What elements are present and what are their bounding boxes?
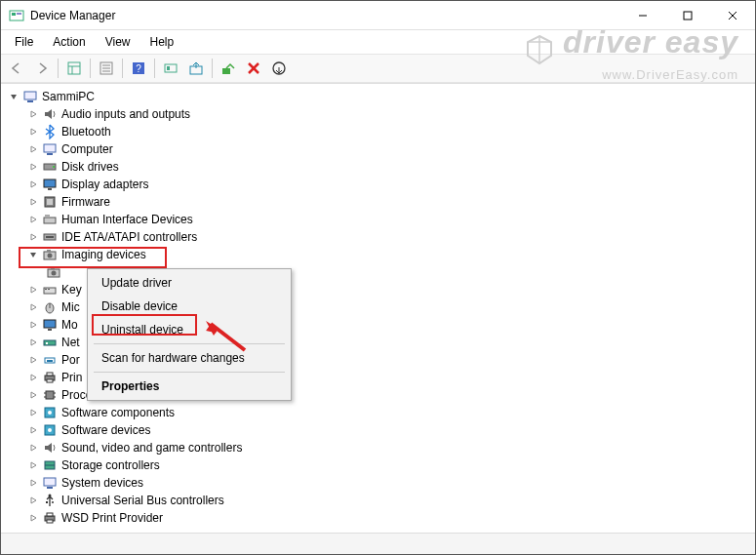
update-driver-button[interactable] [184,57,208,80]
tree-item-bluetooth[interactable]: Bluetooth [22,123,753,140]
tree-item-hid[interactable]: Human Interface Devices [22,211,753,228]
toolbar: ? [1,54,755,83]
tree-item-display[interactable]: Display adapters [22,176,753,193]
tree-item-firmware[interactable]: Firmware [22,193,753,211]
svg-rect-74 [47,513,53,516]
tree-item-system[interactable]: System devices [22,474,753,492]
expand-icon[interactable] [26,300,40,314]
tree-item-audio[interactable]: Audio inputs and outputs [22,105,753,123]
context-menu-item-properties[interactable]: Properties [90,375,289,398]
toolbar-separator [212,59,213,78]
hid-icon [42,212,58,227]
svg-rect-69 [47,487,53,489]
collapse-icon[interactable] [7,90,20,103]
context-menu: Update driver Disable device Uninstall d… [87,268,292,401]
tree-item-usb[interactable]: Universal Serial Bus controllers [22,492,753,509]
printer-icon [42,370,58,385]
minimize-button[interactable] [620,1,665,30]
maximize-button[interactable] [665,1,710,30]
expand-icon[interactable] [26,160,40,174]
enable-device-button[interactable] [217,57,240,80]
expand-icon[interactable] [26,476,40,490]
toolbar-separator [90,59,91,78]
processor-icon [42,387,58,403]
computer-icon [22,89,38,104]
svg-rect-51 [46,342,48,344]
tree-item-softwaredevices[interactable]: Software devices [22,421,753,439]
context-menu-item-update[interactable]: Update driver [90,271,289,295]
tree-root[interactable]: SammiPC [3,88,753,105]
uninstall-device-button[interactable] [242,57,265,80]
toolbar-separator [154,59,155,78]
expand-icon[interactable] [26,353,40,367]
svg-rect-42 [51,267,55,269]
expand-icon[interactable] [26,230,40,244]
ide-icon [42,229,58,245]
menu-view[interactable]: View [98,32,139,52]
tree-item-computer[interactable]: Computer [22,140,753,158]
expand-icon[interactable] [26,458,40,472]
svg-rect-34 [45,215,50,218]
help-button[interactable]: ? [127,57,150,80]
scan-hardware-button[interactable] [159,57,182,80]
menu-file[interactable]: File [7,32,41,52]
expand-icon[interactable] [26,213,40,226]
svg-rect-2 [17,13,21,15]
root-label: SammiPC [42,90,95,103]
tree-item-softwarecomponents[interactable]: Software components [22,404,753,421]
back-button[interactable] [5,57,28,80]
printer-icon [42,510,58,526]
device-tree[interactable]: SammiPC Audio inputs and outputs Bluetoo… [1,84,755,533]
expand-icon[interactable] [26,494,40,507]
forward-button[interactable] [30,57,54,80]
svg-rect-25 [44,144,56,152]
tree-item-wsd[interactable]: WSD Print Provider [22,509,753,527]
window-controls [620,1,755,30]
svg-rect-39 [47,250,51,252]
svg-point-65 [48,428,52,432]
expand-icon[interactable] [26,336,40,349]
close-button[interactable] [710,1,755,30]
expand-icon[interactable] [26,371,40,384]
context-menu-item-scan[interactable]: Scan for hardware changes [90,346,289,370]
svg-rect-75 [47,520,53,523]
expand-icon[interactable] [26,388,40,402]
tree-item-storage[interactable]: Storage controllers [22,456,753,474]
tree-item-diskdrives[interactable]: Disk drives [22,158,753,176]
expand-icon[interactable] [26,441,40,455]
context-menu-item-disable[interactable]: Disable device [90,295,289,318]
svg-rect-43 [44,288,56,294]
expand-icon[interactable] [26,142,40,156]
tree-item-sound[interactable]: Sound, video and game controllers [22,439,753,456]
context-menu-item-uninstall[interactable]: Uninstall device [90,318,289,341]
expand-icon[interactable] [26,318,40,332]
collapse-icon[interactable] [26,248,40,261]
expand-icon[interactable] [26,195,40,209]
properties-button[interactable] [95,57,118,80]
menu-action[interactable]: Action [45,32,93,52]
tree-item-imaging[interactable]: Imaging devices [22,246,753,263]
svg-rect-32 [47,199,53,205]
expand-icon[interactable] [26,125,40,139]
svg-rect-30 [48,188,52,190]
storage-icon [42,457,58,473]
show-hide-tree-button[interactable] [62,57,86,80]
svg-rect-50 [44,340,56,345]
disable-device-button[interactable] [267,57,291,80]
expand-icon[interactable] [26,511,40,525]
expand-icon[interactable] [26,406,40,419]
expand-icon[interactable] [26,283,40,297]
menu-help[interactable]: Help [142,32,182,52]
expand-icon[interactable] [26,107,40,121]
svg-rect-29 [44,179,56,187]
svg-rect-23 [24,92,36,99]
tree-item-ide[interactable]: IDE ATA/ATAPI controllers [22,228,753,246]
audio-icon [42,106,58,122]
statusbar [1,533,755,554]
svg-rect-57 [46,391,54,399]
expand-icon[interactable] [26,423,40,437]
titlebar: Device Manager [1,1,755,30]
firmware-icon [42,194,58,210]
expand-icon[interactable] [26,178,40,191]
context-menu-separator [94,343,285,344]
